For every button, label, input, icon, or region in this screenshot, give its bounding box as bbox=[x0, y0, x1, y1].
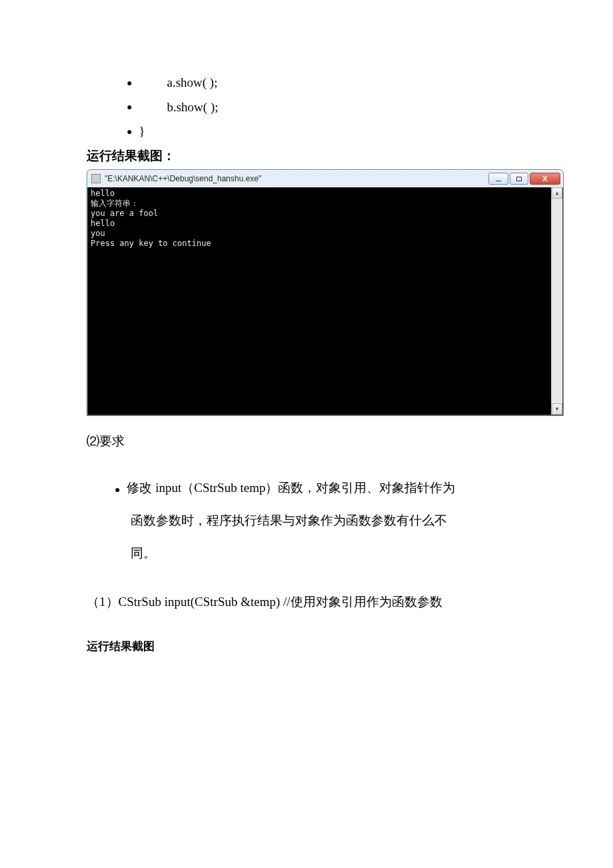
console-output: hello 输入字符串： you are a fool hello you Pr… bbox=[87, 187, 563, 415]
titlebar-left: "E:\KANKAN\C++\Debug\send_hanshu.exe" bbox=[91, 173, 261, 185]
bullet-icon: ● bbox=[127, 100, 132, 114]
list-item: ● 修改 input（CStrSub temp）函数，对象引用、对象指针作为 bbox=[115, 471, 526, 504]
console-line: hello bbox=[91, 189, 115, 198]
console-line: you bbox=[91, 229, 105, 238]
maximize-icon bbox=[516, 177, 522, 181]
paragraph: （1）CStrSub input(CStrSub &temp) //使用对象引用… bbox=[87, 593, 526, 612]
scrollbar[interactable]: ▲ ▼ bbox=[551, 187, 562, 415]
close-button[interactable]: X bbox=[530, 173, 560, 185]
paragraph-text: （1）CStrSub input(CStrSub &temp) //使用对象引用… bbox=[87, 595, 442, 609]
bullet-icon: ● bbox=[127, 125, 132, 139]
window-controls: X bbox=[488, 173, 560, 185]
scroll-up-icon[interactable]: ▲ bbox=[552, 187, 562, 199]
result-heading: 运行结果截图： bbox=[87, 147, 526, 166]
code-text: } bbox=[139, 122, 145, 141]
section-label: ⑵要求 bbox=[87, 432, 526, 451]
console-line: 输入字符串： bbox=[91, 199, 139, 208]
maximize-button[interactable] bbox=[510, 173, 528, 185]
requirement-text: 修改 input（CStrSub temp）函数，对象引用、对象指针作为 bbox=[127, 471, 455, 504]
code-bullet-list: ● a.show( ); ● b.show( ); ● } bbox=[87, 73, 526, 141]
result-heading: 运行结果截图 bbox=[87, 638, 526, 655]
minimize-button[interactable] bbox=[488, 173, 508, 185]
list-item: ● b.show( ); bbox=[127, 98, 526, 117]
app-icon bbox=[91, 174, 101, 183]
window-title: "E:\KANKAN\C++\Debug\send_hanshu.exe" bbox=[105, 173, 261, 185]
code-text: a.show( ); bbox=[167, 73, 217, 93]
requirement-block: ● 修改 input（CStrSub temp）函数，对象引用、对象指针作为 函… bbox=[87, 471, 526, 570]
close-icon: X bbox=[542, 173, 547, 185]
bullet-icon: ● bbox=[115, 478, 120, 504]
bullet-icon: ● bbox=[127, 76, 132, 90]
console-window: "E:\KANKAN\C++\Debug\send_hanshu.exe" X … bbox=[87, 169, 564, 416]
console-line: you are a fool bbox=[91, 209, 158, 218]
console-line: Press any key to continue bbox=[91, 239, 211, 248]
code-text: b.show( ); bbox=[167, 98, 218, 117]
minimize-icon bbox=[496, 181, 501, 181]
titlebar: "E:\KANKAN\C++\Debug\send_hanshu.exe" X bbox=[87, 170, 563, 187]
console-line: hello bbox=[91, 219, 115, 228]
requirement-text: 函数参数时，程序执行结果与对象作为函数参数有什么不 bbox=[115, 504, 526, 537]
scroll-down-icon[interactable]: ▼ bbox=[552, 403, 562, 415]
requirement-text: 同。 bbox=[115, 537, 526, 569]
list-item: ● } bbox=[127, 122, 526, 141]
list-item: ● a.show( ); bbox=[127, 73, 526, 93]
